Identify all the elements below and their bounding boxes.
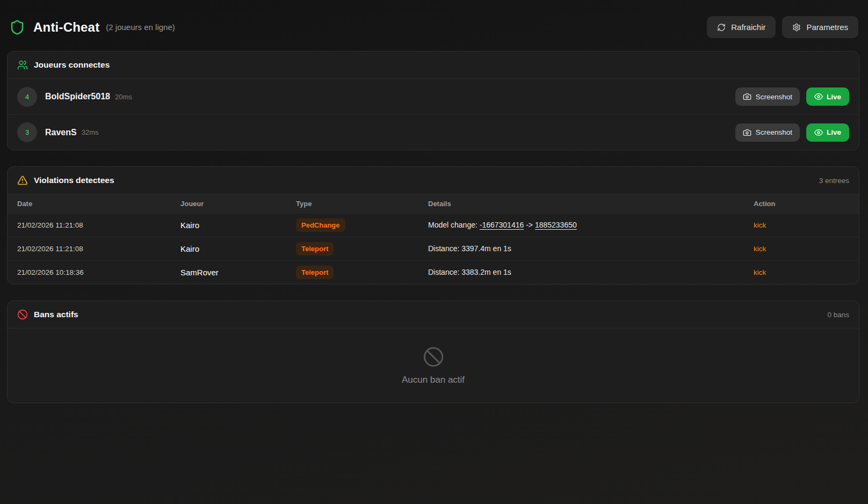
violation-row: 21/02/2026 10:18:36 SamRover Teleport Di… bbox=[8, 260, 859, 284]
violation-details: Distance: 3397.4m en 1s bbox=[428, 237, 754, 260]
shield-icon bbox=[9, 19, 25, 35]
gear-icon bbox=[792, 23, 801, 32]
page-title: Anti-Cheat bbox=[33, 20, 99, 35]
bans-panel: Bans actifs 0 bans Aucun ban actif bbox=[7, 301, 859, 403]
ban-empty-icon bbox=[423, 346, 444, 368]
screenshot-button-label: Screenshot bbox=[756, 128, 792, 136]
violation-type-badge: PedChange bbox=[296, 218, 345, 232]
page: Anti-Cheat (2 joueurs en ligne) Rafraich… bbox=[0, 0, 868, 403]
column-header-action: Action bbox=[754, 194, 859, 213]
players-panel-title: Joueurs connectes bbox=[34, 60, 110, 70]
violation-row: 21/02/2026 11:21:08 Kairo PedChange Mode… bbox=[8, 213, 859, 237]
bans-count: 0 bans bbox=[827, 311, 849, 319]
violation-row: 21/02/2026 11:21:08 Kairo Teleport Dista… bbox=[8, 237, 859, 260]
violation-player: Kairo bbox=[180, 213, 296, 237]
online-count: (2 joueurs en ligne) bbox=[106, 23, 175, 32]
live-button-label: Live bbox=[827, 128, 841, 136]
violations-panel-title: Violations detectees bbox=[34, 176, 114, 185]
violation-details: Distance: 3383.2m en 1s bbox=[428, 260, 754, 284]
violation-action-cell: kick bbox=[754, 213, 859, 237]
users-icon bbox=[17, 60, 28, 70]
kick-link[interactable]: kick bbox=[754, 221, 766, 229]
top-bar: Anti-Cheat (2 joueurs en ligne) Rafraich… bbox=[7, 0, 859, 51]
violation-details: Model change: -1667301416 -> 1885233650 bbox=[428, 213, 754, 237]
violation-action-cell: kick bbox=[754, 260, 859, 284]
player-id-badge: 3 bbox=[25, 128, 29, 136]
player-actions: Screenshot Live bbox=[735, 123, 849, 142]
refresh-icon bbox=[717, 23, 726, 32]
live-button-label: Live bbox=[827, 93, 841, 101]
column-header-type: Type bbox=[296, 194, 428, 213]
camera-icon bbox=[743, 128, 751, 137]
eye-icon bbox=[814, 128, 823, 137]
live-button[interactable]: Live bbox=[806, 123, 849, 142]
details-text: Model change: bbox=[428, 221, 480, 229]
bans-empty-state: Aucun ban actif bbox=[8, 328, 859, 403]
players-panel-header: Joueurs connectes bbox=[8, 52, 859, 79]
violation-player: SamRover bbox=[180, 260, 296, 284]
kick-link[interactable]: kick bbox=[754, 245, 766, 253]
bans-panel-header: Bans actifs 0 bans bbox=[8, 301, 859, 328]
kick-link[interactable]: kick bbox=[754, 268, 766, 276]
violation-date: 21/02/2026 11:21:08 bbox=[8, 213, 180, 237]
top-actions: Rafraichir Parametres bbox=[707, 16, 858, 38]
violation-type-cell: PedChange bbox=[296, 213, 428, 237]
player-name: BoldSpider5018 bbox=[45, 92, 110, 101]
live-button[interactable]: Live bbox=[806, 87, 849, 106]
violations-table: Date Joueur Type Details Action 21/02/20… bbox=[8, 194, 859, 284]
player-avatar: 3 bbox=[17, 122, 37, 142]
player-id-badge: 4 bbox=[25, 93, 29, 101]
eye-icon bbox=[814, 92, 823, 101]
details-arrow: -> bbox=[524, 221, 535, 229]
model-hash-to-link[interactable]: 1885233650 bbox=[535, 221, 577, 229]
screenshot-button[interactable]: Screenshot bbox=[735, 123, 800, 142]
screenshot-button[interactable]: Screenshot bbox=[735, 87, 800, 106]
bans-empty-label: Aucun ban actif bbox=[402, 375, 465, 385]
camera-icon bbox=[743, 92, 751, 101]
model-hash-from-link[interactable]: -1667301416 bbox=[480, 221, 524, 229]
brand: Anti-Cheat (2 joueurs en ligne) bbox=[9, 19, 175, 35]
bans-panel-title: Bans actifs bbox=[34, 310, 78, 319]
violation-type-badge: Teleport bbox=[296, 242, 334, 255]
screenshot-button-label: Screenshot bbox=[756, 93, 792, 101]
violations-panel: Violations detectees 3 entrees Date Joue… bbox=[7, 166, 859, 284]
violation-type-cell: Teleport bbox=[296, 237, 428, 260]
player-ping: 32ms bbox=[82, 128, 99, 136]
warning-triangle-icon bbox=[17, 175, 28, 186]
column-header-joueur: Joueur bbox=[180, 194, 296, 213]
player-avatar: 4 bbox=[17, 87, 37, 107]
ban-icon bbox=[17, 309, 28, 320]
violation-action-cell: kick bbox=[754, 237, 859, 260]
player-row: 4 BoldSpider5018 20ms Screenshot bbox=[8, 79, 859, 114]
violations-count: 3 entrees bbox=[819, 177, 849, 185]
violation-type-badge: Teleport bbox=[296, 266, 334, 279]
player-ping: 20ms bbox=[115, 93, 132, 101]
players-panel: Joueurs connectes 4 BoldSpider5018 20ms … bbox=[7, 51, 859, 150]
player-actions: Screenshot Live bbox=[735, 87, 849, 106]
player-row: 3 RavenS 32ms Screenshot bbox=[8, 114, 859, 150]
violation-player: Kairo bbox=[180, 237, 296, 260]
refresh-button-label: Rafraichir bbox=[731, 23, 765, 32]
violations-table-header-row: Date Joueur Type Details Action bbox=[8, 194, 859, 213]
player-name: RavenS bbox=[45, 128, 77, 137]
column-header-date: Date bbox=[8, 194, 180, 213]
violation-date: 21/02/2026 10:18:36 bbox=[8, 260, 180, 284]
settings-button-label: Parametres bbox=[806, 23, 848, 32]
violation-type-cell: Teleport bbox=[296, 260, 428, 284]
violation-date: 21/02/2026 11:21:08 bbox=[8, 237, 180, 260]
violations-panel-header: Violations detectees 3 entrees bbox=[8, 167, 859, 194]
column-header-details: Details bbox=[428, 194, 754, 213]
refresh-button[interactable]: Rafraichir bbox=[707, 16, 776, 38]
settings-button[interactable]: Parametres bbox=[782, 16, 858, 38]
